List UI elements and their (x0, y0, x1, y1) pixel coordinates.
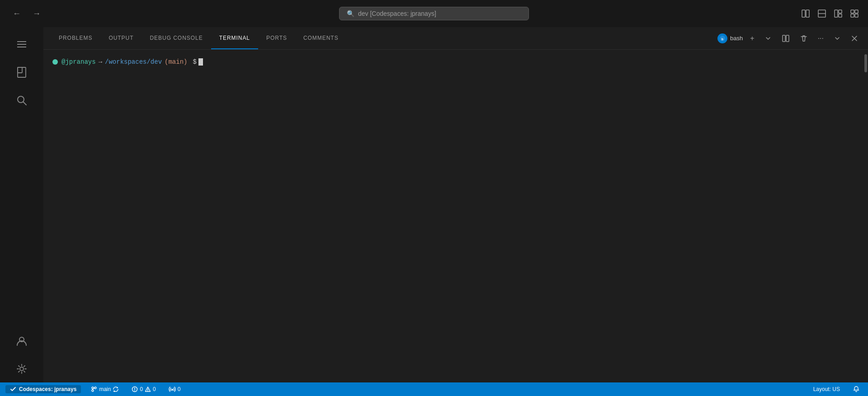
status-bar-right: Layout: US (811, 385, 863, 394)
layout-button-4[interactable] (850, 9, 859, 18)
forward-button[interactable]: → (29, 7, 44, 20)
panel-area: PROBLEMS OUTPUT DEBUG CONSOLE TERMINAL P… (43, 27, 868, 382)
activity-bar (0, 27, 43, 382)
error-icon (132, 386, 138, 392)
svg-rect-0 (802, 10, 805, 17)
broadcast-count: 0 (178, 386, 181, 392)
split-terminal-button[interactable] (779, 33, 793, 44)
sync-icon (113, 386, 119, 392)
layout-icon-2 (817, 9, 826, 18)
svg-rect-8 (855, 10, 858, 13)
svg-rect-15 (18, 67, 26, 77)
sidebar-item-menu[interactable] (9, 32, 34, 57)
codespaces-label: Codespaces: jpranays (19, 386, 76, 392)
svg-rect-1 (806, 10, 809, 17)
status-codespaces[interactable]: Codespaces: jpranays (5, 385, 81, 393)
add-terminal-button[interactable]: + (747, 33, 757, 44)
more-actions-button[interactable]: ··· (815, 33, 826, 44)
bash-label: bash (730, 35, 743, 42)
title-bar: ← → 🔍 dev [Codespaces: jpranays] (0, 0, 868, 27)
panel-tabs-right: b bash + (717, 33, 861, 44)
cursor (198, 58, 203, 66)
split-icon (782, 34, 790, 42)
panel-tabs-left: PROBLEMS OUTPUT DEBUG CONSOLE TERMINAL P… (51, 27, 347, 49)
layout-button-3[interactable] (834, 9, 843, 18)
prompt-path: /workspaces/dev (105, 57, 162, 67)
status-bar-left: Codespaces: jpranays main 0 (5, 385, 183, 393)
chevron-down-icon (764, 35, 772, 42)
bash-icon: b (717, 33, 727, 43)
svg-rect-10 (855, 14, 858, 17)
branch-name: main (99, 386, 111, 392)
terminal-prompt: @jpranays → /workspaces/dev (main) $ (52, 57, 859, 67)
search-text: dev [Codespaces: jpranays] (358, 10, 436, 17)
layout-icon-3 (834, 9, 843, 18)
svg-point-19 (20, 367, 24, 371)
tab-output[interactable]: OUTPUT (100, 27, 142, 49)
bash-badge: b bash (717, 33, 743, 43)
layout-icon-4 (850, 9, 859, 18)
prompt-arrow: → (99, 57, 102, 67)
prompt-branch: (main) (165, 57, 187, 67)
tab-debug-console[interactable]: DEBUG CONSOLE (142, 27, 211, 49)
search-bar[interactable]: 🔍 dev [Codespaces: jpranays] (339, 7, 529, 20)
layout-button-2[interactable] (817, 9, 826, 18)
broadcast-icon (169, 386, 176, 392)
svg-rect-6 (839, 14, 842, 17)
tab-problems[interactable]: PROBLEMS (51, 27, 100, 49)
sidebar-item-search[interactable] (9, 88, 34, 113)
tab-ports[interactable]: PORTS (258, 27, 295, 49)
warning-icon (145, 386, 151, 392)
warning-count: 0 (153, 386, 156, 392)
prompt-user: @jpranays (61, 57, 96, 67)
terminal-content[interactable]: @jpranays → /workspaces/dev (main) $ (43, 50, 868, 382)
sidebar-item-settings[interactable] (9, 356, 34, 382)
svg-text:b: b (722, 38, 723, 41)
svg-rect-9 (851, 14, 854, 17)
layout-icon-1 (801, 9, 810, 18)
main-container: PROBLEMS OUTPUT DEBUG CONSOLE TERMINAL P… (0, 27, 868, 382)
prompt-dollar: $ (193, 57, 196, 67)
status-branch[interactable]: main (88, 385, 122, 393)
search-icon: 🔍 (347, 10, 354, 17)
title-bar-actions (801, 9, 859, 18)
scrollbar-thumb (864, 54, 867, 72)
panel-tabs: PROBLEMS OUTPUT DEBUG CONSOLE TERMINAL P… (43, 27, 868, 50)
layout-button-1[interactable] (801, 9, 810, 18)
svg-rect-4 (835, 10, 838, 17)
add-icon: + (750, 34, 754, 42)
panel-chevron-down-button[interactable] (831, 33, 844, 44)
branch-icon (91, 386, 97, 392)
terminal-scrollbar[interactable] (862, 50, 868, 382)
svg-rect-5 (839, 10, 842, 13)
layout-label: Layout: US (813, 386, 840, 392)
status-errors[interactable]: 0 0 (129, 385, 158, 393)
close-icon (851, 35, 858, 42)
delete-terminal-button[interactable] (797, 33, 811, 44)
status-broadcast[interactable]: 0 (166, 385, 184, 393)
nav-buttons: ← → (9, 7, 44, 20)
close-panel-button[interactable] (848, 33, 861, 44)
svg-rect-14 (18, 67, 22, 73)
status-layout[interactable]: Layout: US (811, 385, 843, 393)
chevron-down-button[interactable] (762, 33, 774, 44)
svg-line-17 (24, 102, 27, 105)
status-bar: Codespaces: jpranays main 0 (0, 382, 868, 396)
svg-point-28 (171, 389, 173, 391)
error-count: 0 (140, 386, 143, 392)
back-button[interactable]: ← (9, 7, 24, 20)
prompt-dot (52, 59, 58, 65)
codespaces-icon (10, 386, 16, 392)
tab-comments[interactable]: COMMENTS (295, 27, 347, 49)
panel-chevron-down-icon (834, 35, 841, 42)
status-bell[interactable] (850, 385, 863, 394)
svg-rect-22 (783, 35, 785, 42)
sidebar-item-account[interactable] (9, 328, 34, 354)
more-icon: ··· (818, 34, 824, 42)
bell-icon (853, 386, 860, 393)
sidebar-item-explorer[interactable] (9, 60, 34, 85)
trash-icon (800, 34, 808, 42)
svg-rect-7 (851, 10, 854, 13)
svg-rect-23 (786, 35, 789, 42)
tab-terminal[interactable]: TERMINAL (211, 27, 258, 49)
